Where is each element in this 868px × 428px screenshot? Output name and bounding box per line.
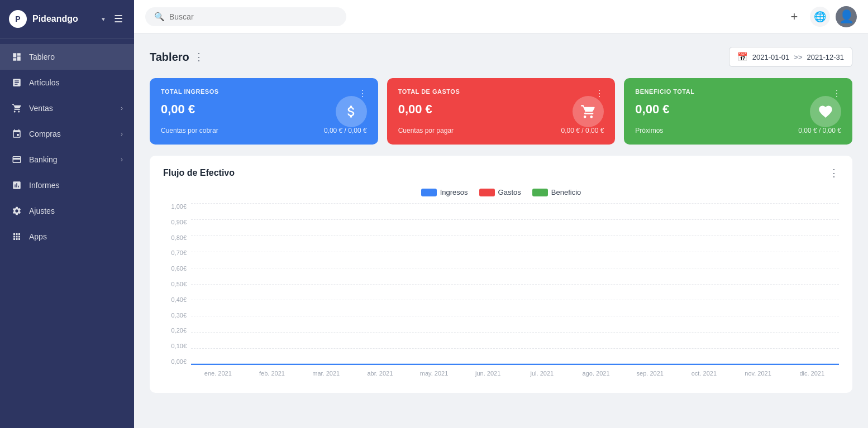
hamburger-button[interactable]: ☰ [112, 11, 125, 27]
user-avatar-button[interactable]: 👤 [836, 6, 857, 27]
sidebar-item-tablero[interactable]: Tablero [0, 44, 134, 70]
legend-ingresos: Ingresos [421, 188, 468, 196]
sidebar-item-articulos-label: Artículos [29, 78, 123, 87]
search-input[interactable] [169, 12, 337, 21]
calendar-icon: 📅 [737, 52, 748, 62]
x-axis-label: sep. 2021 [623, 370, 677, 377]
x-axis-label: dic. 2021 [785, 370, 839, 377]
sidebar-brand-arrow[interactable]: ▼ [101, 16, 106, 22]
legend-beneficio: Beneficio [532, 188, 581, 196]
card-beneficio-icon [810, 96, 841, 127]
y-axis-label: 0,40€ [163, 296, 191, 303]
card-gastos-more-button[interactable]: ⋮ [595, 88, 604, 99]
sidebar-item-apps[interactable]: Apps [0, 224, 134, 249]
add-button[interactable]: + [784, 7, 804, 27]
legend-ingresos-color [421, 189, 437, 196]
x-axis-label: oct. 2021 [677, 370, 731, 377]
topbar: 🔍 + 🌐 👤 [134, 0, 868, 33]
legend-gastos: Gastos [479, 188, 521, 196]
sidebar-item-banking-label: Banking [29, 155, 114, 164]
card-ingresos-icon [336, 96, 367, 127]
card-ingresos-header: TOTAL INGRESOS ⋮ [161, 88, 367, 99]
card-ingresos-footer-label: Cuentas por cobrar [161, 127, 218, 134]
search-icon: 🔍 [154, 12, 165, 22]
page-more-button[interactable]: ⋮ [194, 51, 204, 63]
dashboard-icon [11, 51, 22, 62]
legend-gastos-label: Gastos [498, 188, 521, 196]
banking-arrow-icon: › [121, 156, 123, 163]
purchases-icon [11, 128, 22, 140]
card-gastos-footer-label: Cuentas por pagar [398, 127, 454, 134]
date-to: 2021-12-31 [807, 53, 845, 61]
card-ingresos-footer: Cuentas por cobrar 0,00 € / 0,00 € [161, 127, 367, 134]
sidebar-item-ventas[interactable]: Ventas › [0, 95, 134, 121]
card-gastos-footer: Cuentas por pagar 0,00 € / 0,00 € [398, 127, 604, 134]
card-ingresos-footer-value: 0,00 € / 0,00 € [324, 127, 367, 134]
sales-icon [11, 103, 22, 114]
sidebar-item-banking[interactable]: Banking › [0, 147, 134, 172]
card-gastos-title: TOTAL DE GASTOS [398, 88, 460, 95]
y-axis-label: 0,10€ [163, 343, 191, 349]
avatar-icon: 👤 [839, 9, 854, 24]
sidebar-header: P Pideandgo ▼ ☰ [0, 0, 134, 39]
date-arrow-icon: >> [794, 53, 802, 61]
y-axis-label: 0,00€ [163, 358, 191, 365]
date-range[interactable]: 📅 2021-01-01 >> 2021-12-31 [729, 47, 852, 67]
chart-inner [191, 203, 839, 365]
card-beneficio-footer-label: Próximos [635, 127, 663, 134]
chart-svg [191, 203, 839, 365]
card-beneficio-more-button[interactable]: ⋮ [832, 88, 841, 99]
card-ingresos-title: TOTAL INGRESOS [161, 88, 219, 95]
sidebar-item-informes[interactable]: Informes [0, 172, 134, 198]
chart-more-button[interactable]: ⋮ [829, 167, 839, 179]
sidebar-item-tablero-label: Tablero [29, 52, 123, 61]
x-axis-label: mar. 2021 [299, 370, 353, 377]
compras-arrow-icon: › [121, 130, 123, 138]
main-area: 🔍 + 🌐 👤 Tablero ⋮ 📅 2021-01-01 >> 2021-1… [134, 0, 868, 428]
sidebar-item-compras-label: Compras [29, 129, 114, 138]
apps-icon [11, 231, 22, 242]
sidebar-item-ajustes-label: Ajustes [29, 206, 123, 215]
legend-gastos-color [479, 189, 495, 196]
y-axis-label: 0,30€ [163, 312, 191, 319]
sidebar-item-compras[interactable]: Compras › [0, 121, 134, 147]
y-axis-label: 0,60€ [163, 265, 191, 272]
chart-header: Flujo de Efectivo ⋮ [163, 167, 839, 179]
date-from: 2021-01-01 [752, 53, 790, 61]
search-box: 🔍 [145, 7, 346, 26]
sidebar: P Pideandgo ▼ ☰ Tablero Artículos Ventas… [0, 0, 134, 428]
card-ingresos-more-button[interactable]: ⋮ [358, 88, 367, 99]
x-axis-label: nov. 2021 [731, 370, 785, 377]
banking-icon [11, 154, 22, 165]
x-axis-label: ene. 2021 [191, 370, 245, 377]
page-title: Tablero [150, 51, 189, 64]
card-gastos-footer-value: 0,00 € / 0,00 € [561, 127, 604, 134]
sidebar-item-ventas-label: Ventas [29, 104, 114, 113]
card-beneficio-header: BENEFICIO TOTAL ⋮ [635, 88, 841, 99]
x-axis-label: jun. 2021 [461, 370, 515, 377]
card-gastos-icon [573, 96, 604, 127]
card-gastos-header: TOTAL DE GASTOS ⋮ [398, 88, 604, 99]
articles-icon [11, 77, 22, 88]
summary-cards: TOTAL INGRESOS ⋮ 0,00 € Cuentas por cobr… [150, 78, 852, 145]
sidebar-item-articulos[interactable]: Artículos [0, 70, 134, 95]
sidebar-logo: P [9, 10, 27, 28]
sidebar-item-ajustes[interactable]: Ajustes [0, 198, 134, 224]
page-title-row: Tablero ⋮ [150, 51, 204, 64]
chart-y-axis: 0,00€0,10€0,20€0,30€0,40€0,50€0,60€0,70€… [163, 203, 191, 365]
x-axis-label: feb. 2021 [245, 370, 299, 377]
globe-button[interactable]: 🌐 [810, 7, 830, 27]
ventas-arrow-icon: › [121, 104, 123, 112]
sidebar-nav: Tablero Artículos Ventas › Compras › [0, 39, 134, 428]
y-axis-label: 1,00€ [163, 203, 191, 210]
chart-area: 0,00€0,10€0,20€0,30€0,40€0,50€0,60€0,70€… [163, 203, 839, 382]
sidebar-item-informes-label: Informes [29, 181, 123, 190]
x-axis-label: jul. 2021 [515, 370, 569, 377]
page-header: Tablero ⋮ 📅 2021-01-01 >> 2021-12-31 [150, 47, 852, 67]
legend-beneficio-color [532, 189, 548, 196]
y-axis-label: 0,90€ [163, 219, 191, 225]
legend-ingresos-label: Ingresos [440, 188, 468, 196]
content-area: Tablero ⋮ 📅 2021-01-01 >> 2021-12-31 TOT… [134, 33, 868, 428]
chart-legend: Ingresos Gastos Beneficio [163, 188, 839, 196]
x-axis-label: abr. 2021 [353, 370, 407, 377]
